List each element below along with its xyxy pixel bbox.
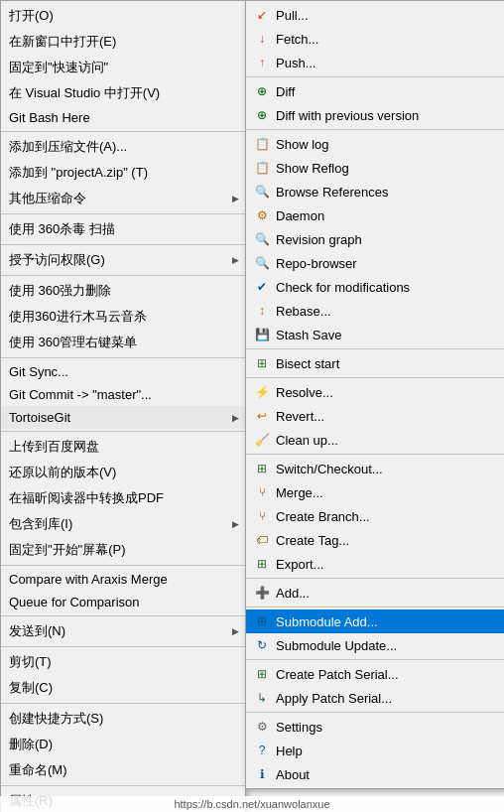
right-menu-item-repo-browser[interactable]: 🔍Repo-browser: [246, 251, 504, 275]
right-menu-item-diff[interactable]: ⊕Diff: [246, 79, 504, 103]
left-menu-item-compare-araxis[interactable]: Compare with Araxis Merge: [1, 568, 245, 591]
right-menu-item-apply-patch[interactable]: ↳Apply Patch Serial...: [246, 686, 504, 710]
left-menu-item-git-sync[interactable]: Git Sync...: [1, 360, 245, 383]
right-menu-item-help[interactable]: ?Help: [246, 739, 504, 762]
left-menu-item-pin-start[interactable]: 固定到"开始"屏幕(P): [1, 537, 245, 563]
right-menu-item-label: Browse References: [276, 185, 496, 200]
right-menu-item-settings[interactable]: ⚙Settings: [246, 715, 504, 739]
menu-item-label: Queue for Comparison: [9, 595, 225, 609]
right-menu-item-label: Merge...: [276, 485, 496, 500]
left-menu-item-copy[interactable]: 复制(C): [1, 675, 245, 701]
right-menu-item-switch-checkout[interactable]: ⊞Switch/Checkout...: [246, 457, 504, 480]
left-menu-item-open-vs[interactable]: 在 Visual Studio 中打开(V): [1, 80, 245, 106]
right-menu-item-label: Create Patch Serial...: [276, 667, 496, 682]
right-menu-item-stash-save[interactable]: 💾Stash Save: [246, 323, 504, 346]
right-menu-item-create-branch[interactable]: ⑂Create Branch...: [246, 504, 504, 528]
right-menu-item-create-patch[interactable]: ⊞Create Patch Serial...: [246, 662, 504, 686]
left-menu-item-create-shortcut[interactable]: 创建快捷方式(S): [1, 706, 245, 732]
left-menu-item-delete[interactable]: 删除(D): [1, 732, 245, 757]
menu-separator: [1, 785, 245, 786]
menu-separator: [1, 244, 245, 245]
menu-separator: [246, 578, 504, 579]
menu-separator: [1, 275, 245, 276]
left-menu-item-360-delete[interactable]: 使用 360强力删除: [1, 278, 245, 304]
left-menu-item-360-scan[interactable]: 使用 360杀毒 扫描: [1, 216, 245, 242]
right-menu-item-label: Create Tag...: [276, 533, 496, 548]
right-menu-item-daemon[interactable]: ⚙Daemon: [246, 203, 504, 227]
right-menu-item-revert[interactable]: ↩Revert...: [246, 404, 504, 428]
left-menu-item-add-projectA[interactable]: 添加到 "projectA.zip" (T): [1, 160, 245, 186]
left-menu-item-grant-access[interactable]: 授予访问权限(G): [1, 247, 245, 273]
right-menu-item-browse-refs[interactable]: 🔍Browse References: [246, 180, 504, 203]
right-menu-item-about[interactable]: ℹAbout: [246, 762, 504, 786]
right-menu-item-label: Create Branch...: [276, 509, 496, 524]
left-menu-item-convert-pdf[interactable]: 在福昕阅读器中转换成PDF: [1, 485, 245, 511]
right-menu-item-submodule-update[interactable]: ↻Submodule Update...: [246, 633, 504, 657]
left-menu-item-git-bash[interactable]: Git Bash Here: [1, 106, 245, 129]
menu-separator: [246, 607, 504, 608]
right-menu-item-check-modifications[interactable]: ✔Check for modifications: [246, 275, 504, 299]
right-menu-item-bisect-start[interactable]: ⊞Bisect start: [246, 351, 504, 375]
left-menu-item-cut[interactable]: 剪切(T): [1, 649, 245, 675]
check-mod-icon: ✔: [254, 279, 270, 295]
menu-item-label: 还原以前的版本(V): [9, 464, 225, 481]
menu-item-label: 添加到压缩文件(A)...: [9, 138, 225, 156]
right-menu-item-revision-graph[interactable]: 🔍Revision graph: [246, 227, 504, 251]
right-menu-item-merge[interactable]: ⑂Merge...: [246, 480, 504, 504]
right-menu-item-resolve[interactable]: ⚡Resolve...: [246, 380, 504, 404]
right-menu-item-export[interactable]: ⊞Export...: [246, 552, 504, 576]
left-menu-item-upload-baidu[interactable]: 上传到百度网盘: [1, 434, 245, 460]
left-menu-item-add-zip[interactable]: 添加到压缩文件(A)...: [1, 134, 245, 160]
left-menu-item-360-music[interactable]: 使用360进行木马云音杀: [1, 304, 245, 330]
right-menu-item-clean-up[interactable]: 🧹Clean up...: [246, 428, 504, 452]
menu-separator: [1, 357, 245, 358]
left-menu-item-open-new-window[interactable]: 在新窗口中打开(E): [1, 29, 245, 55]
right-menu-item-fetch[interactable]: ↓Fetch...: [246, 27, 504, 51]
menu-item-label: 创建快捷方式(S): [9, 710, 225, 728]
create-patch-icon: ⊞: [254, 666, 270, 682]
menu-item-label: 打开(O): [9, 7, 225, 25]
left-menu-item-queue-compare[interactable]: Queue for Comparison: [1, 591, 245, 613]
apply-patch-icon: ↳: [254, 690, 270, 706]
right-menu-item-label: Revert...: [276, 409, 496, 424]
menu-separator: [1, 615, 245, 616]
left-menu-item-include[interactable]: 包含到库(I): [1, 511, 245, 537]
show-log-icon: 📋: [254, 136, 270, 152]
left-menu-item-360-menu[interactable]: 使用 360管理右键菜单: [1, 330, 245, 355]
left-menu-item-open[interactable]: 打开(O): [1, 3, 245, 29]
left-menu-item-tortoisegit[interactable]: TortoiseGit: [1, 406, 245, 429]
right-menu-item-label: Export...: [276, 557, 496, 572]
merge-icon: ⑂: [254, 484, 270, 500]
right-menu-item-push[interactable]: ↑Push...: [246, 51, 504, 74]
right-menu-item-label: Submodule Add...: [276, 614, 496, 629]
menu-item-label: Compare with Araxis Merge: [9, 572, 225, 587]
right-menu-item-submodule-add[interactable]: ⊞Submodule Add...: [246, 609, 504, 633]
right-menu-item-label: Bisect start: [276, 356, 496, 371]
right-menu-item-add[interactable]: ➕Add...: [246, 581, 504, 605]
left-menu-item-other-zip[interactable]: 其他压缩命令: [1, 186, 245, 211]
right-menu-item-diff-prev[interactable]: ⊕Diff with previous version: [246, 103, 504, 127]
menu-item-label: 剪切(T): [9, 653, 225, 671]
menu-separator: [246, 377, 504, 378]
right-menu-item-rebase[interactable]: ↕Rebase...: [246, 299, 504, 323]
left-menu-item-git-commit[interactable]: Git Commit -> "master"...: [1, 383, 245, 406]
left-menu-item-rename[interactable]: 重命名(M): [1, 757, 245, 783]
right-menu-item-show-log[interactable]: 📋Show log: [246, 132, 504, 156]
right-menu-item-create-tag[interactable]: 🏷Create Tag...: [246, 528, 504, 552]
left-menu-item-restore-prev[interactable]: 还原以前的版本(V): [1, 460, 245, 485]
right-menu-item-label: Daemon: [276, 208, 496, 223]
left-menu-item-send-to[interactable]: 发送到(N): [1, 618, 245, 644]
right-menu-item-label: Push...: [276, 56, 496, 70]
menu-separator: [1, 131, 245, 132]
help-icon: ?: [254, 743, 270, 758]
menu-separator: [246, 712, 504, 713]
right-menu-item-show-reflog[interactable]: 📋Show Reflog: [246, 156, 504, 180]
right-menu-item-pull[interactable]: ↙Pull...: [246, 3, 504, 27]
revert-icon: ↩: [254, 408, 270, 424]
right-menu-item-label: Resolve...: [276, 385, 496, 400]
menu-item-label: 在新窗口中打开(E): [9, 33, 225, 51]
left-menu-item-pin-quick-access[interactable]: 固定到"快速访问": [1, 55, 245, 80]
resolve-icon: ⚡: [254, 384, 270, 400]
menu-item-label: 包含到库(I): [9, 515, 225, 533]
menu-item-label: 使用 360管理右键菜单: [9, 334, 225, 351]
